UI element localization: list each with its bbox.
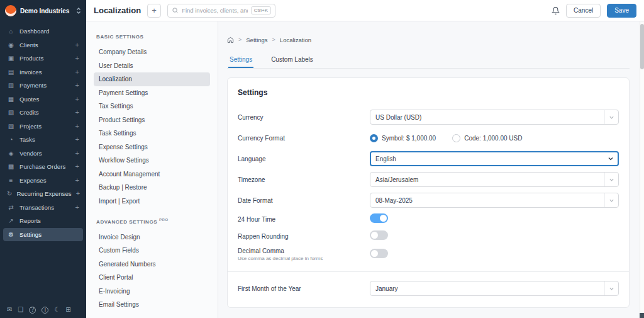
currency-format-symbol-radio[interactable]: Symbol: $ 1,000.00: [370, 134, 436, 142]
timezone-select[interactable]: Asia/Jerusalem: [370, 172, 619, 187]
sidebar-item-credits[interactable]: ▧Credits+: [3, 106, 83, 120]
settings-nav-user-details[interactable]: User Details: [94, 59, 210, 73]
help-icon[interactable]: ?: [29, 307, 36, 314]
quotes-icon: ▦: [7, 96, 15, 103]
cancel-button[interactable]: Cancel: [566, 4, 601, 18]
sidebar-item-purchase-orders[interactable]: ▩Purchase Orders+: [3, 160, 83, 174]
mail-icon[interactable]: ✉: [7, 307, 12, 313]
settings-nav-backup-restore[interactable]: Backup | Restore: [94, 181, 210, 195]
breadcrumb-localization[interactable]: Localization: [280, 37, 311, 43]
hour24-row: 24 Hour Time: [238, 213, 619, 225]
date-format-select[interactable]: 08-May-2025: [370, 193, 619, 208]
add-payment-icon[interactable]: +: [75, 82, 79, 89]
company-switcher[interactable]: Demo Industries: [0, 0, 86, 21]
settings-nav-generated-numbers[interactable]: Generated Numbers: [94, 258, 210, 271]
sidebar-item-reports[interactable]: ↗Reports: [3, 214, 83, 228]
settings-nav-workflow-settings[interactable]: Workflow Settings: [94, 154, 210, 168]
add-invoice-icon[interactable]: +: [75, 69, 79, 76]
rappen-rounding-label: Rappen Rounding: [238, 233, 370, 240]
settings-nav-product-settings[interactable]: Product Settings: [94, 113, 210, 127]
sidebar-item-quotes[interactable]: ▦Quotes+: [3, 93, 83, 106]
decimal-comma-label: Decimal Comma Use comma as decimal place…: [238, 247, 370, 261]
notifications-bell-icon[interactable]: [552, 6, 560, 15]
add-quote-icon[interactable]: +: [75, 96, 79, 103]
add-task-icon[interactable]: +: [75, 136, 79, 143]
settings-nav-payment-settings[interactable]: Payment Settings: [94, 86, 210, 100]
chevron-down-icon: [604, 152, 618, 165]
decimal-comma-toggle[interactable]: [370, 249, 388, 258]
add-recurring-expense-icon[interactable]: +: [76, 190, 80, 197]
add-credit-icon[interactable]: +: [75, 109, 79, 116]
save-button[interactable]: Save: [607, 4, 636, 18]
add-client-icon[interactable]: +: [75, 42, 79, 48]
sidebar-item-dashboard[interactable]: ⌂Dashboard: [3, 25, 83, 38]
settings-card: Settings Currency US Dollar (USD) Curren…: [227, 77, 630, 308]
breadcrumb-separator: >: [272, 37, 275, 43]
company-name: Demo Industries: [20, 8, 72, 14]
scrollbar[interactable]: [640, 21, 644, 318]
settings-nav: BASIC SETTINGS Company Details User Deta…: [86, 21, 218, 318]
purchase-orders-icon: ▩: [7, 163, 15, 170]
sidebar-item-tasks[interactable]: ◔Tasks+: [3, 133, 83, 147]
currency-format-code-radio[interactable]: Code: 1,000.00 USD: [452, 134, 522, 142]
settings-nav-tax-settings[interactable]: Tax Settings: [94, 99, 210, 113]
add-vendor-icon[interactable]: +: [75, 150, 79, 157]
add-purchase-order-icon[interactable]: +: [75, 163, 79, 170]
moon-icon[interactable]: ☾: [54, 307, 60, 313]
settings-nav-client-portal[interactable]: Client Portal: [94, 271, 210, 285]
pro-badge: PRO: [159, 218, 169, 222]
add-transaction-icon[interactable]: +: [75, 204, 79, 211]
recurring-expenses-icon: ↻: [7, 190, 12, 197]
settings-nav-custom-fields[interactable]: Custom Fields: [94, 244, 210, 258]
sidebar-item-projects[interactable]: ▨Projects+: [3, 120, 83, 133]
settings-nav-task-settings[interactable]: Task Settings: [94, 127, 210, 140]
header-add-button[interactable]: +: [147, 4, 161, 18]
tab-custom-labels[interactable]: Custom Labels: [270, 52, 314, 68]
settings-nav-import-export[interactable]: Import | Export: [94, 195, 210, 208]
settings-nav-account-management[interactable]: Account Management: [94, 168, 210, 181]
settings-nav-invoice-design[interactable]: Invoice Design: [94, 230, 210, 244]
settings-nav-expense-settings[interactable]: Expense Settings: [94, 140, 210, 154]
advanced-settings-heading: ADVANCED SETTINGS PRO: [86, 218, 218, 225]
dashboard-icon: ⌂: [7, 28, 15, 35]
sidebar-item-recurring-expenses[interactable]: ↻Recurring Expenses+: [3, 187, 83, 201]
rappen-rounding-toggle[interactable]: [370, 230, 388, 240]
panel-icon[interactable]: ⊞: [65, 307, 70, 313]
info-icon[interactable]: i: [42, 307, 48, 314]
global-search[interactable]: Ctrl+K: [167, 4, 275, 18]
page-title: Localization: [94, 6, 141, 15]
currency-select[interactable]: US Dollar (USD): [370, 110, 619, 125]
first-month-select[interactable]: January: [370, 281, 619, 296]
add-product-icon[interactable]: +: [75, 55, 79, 62]
add-project-icon[interactable]: +: [75, 123, 79, 130]
chat-icon[interactable]: ❑: [18, 307, 23, 313]
settings-nav-e-invoicing[interactable]: E-Invoicing: [94, 285, 210, 298]
sidebar-item-expenses[interactable]: ≡Expenses+: [3, 174, 83, 188]
sidebar-item-vendors[interactable]: ◈Vendors+: [3, 147, 83, 161]
company-logo-icon: [5, 5, 16, 16]
sidebar-item-invoices[interactable]: ▤Invoices+: [3, 65, 83, 79]
language-select[interactable]: English: [370, 151, 619, 166]
settings-nav-company-details[interactable]: Company Details: [94, 45, 210, 59]
scrollbar-thumb[interactable]: [640, 24, 644, 69]
tab-settings[interactable]: Settings: [228, 52, 253, 68]
chevron-down-icon: [604, 110, 618, 124]
settings-nav-email-settings[interactable]: Email Settings: [94, 298, 210, 312]
hour24-toggle[interactable]: [370, 213, 388, 223]
breadcrumb-settings[interactable]: Settings: [246, 37, 267, 43]
settings-nav-localization[interactable]: Localization: [94, 72, 210, 86]
home-icon[interactable]: [227, 37, 234, 43]
app-window: Demo Industries ⌂Dashboard ◉Clients+ ▣Pr…: [0, 0, 644, 318]
search-input[interactable]: [182, 7, 248, 14]
sidebar-item-clients[interactable]: ◉Clients+: [3, 38, 83, 52]
breadcrumb-separator: >: [238, 37, 242, 43]
sidebar-item-products[interactable]: ▣Products+: [3, 52, 83, 65]
sidebar-item-transactions[interactable]: ⇄Transactions+: [3, 201, 83, 215]
sidebar-item-payments[interactable]: ▥Payments+: [3, 79, 83, 93]
chevron-down-icon: [604, 281, 618, 295]
chevron-updown-icon: [76, 7, 81, 14]
sidebar-item-settings[interactable]: ⚙Settings: [3, 228, 83, 242]
payments-icon: ▥: [7, 82, 15, 89]
add-expense-icon[interactable]: +: [75, 177, 79, 184]
sidebar-footer: ✉ ❑ ? i ☾ ⊞: [0, 302, 86, 318]
